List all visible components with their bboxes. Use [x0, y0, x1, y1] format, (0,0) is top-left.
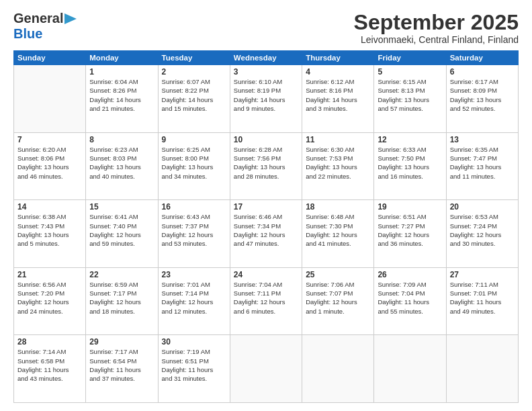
- table-row: 24Sunrise: 7:04 AM Sunset: 7:11 PM Dayli…: [230, 267, 302, 335]
- day-number: 8: [89, 135, 154, 144]
- table-row: 9Sunrise: 6:25 AM Sunset: 8:00 PM Daylig…: [158, 132, 230, 200]
- day-detail: Sunrise: 7:17 AM Sunset: 6:54 PM Dayligh…: [89, 347, 154, 383]
- day-detail: Sunrise: 7:19 AM Sunset: 6:51 PM Dayligh…: [162, 347, 226, 383]
- day-detail: Sunrise: 6:59 AM Sunset: 7:17 PM Dayligh…: [89, 280, 154, 316]
- col-friday: Friday: [374, 51, 446, 65]
- day-detail: Sunrise: 6:25 AM Sunset: 8:00 PM Dayligh…: [162, 145, 226, 181]
- day-number: 7: [17, 135, 82, 144]
- table-row: 11Sunrise: 6:30 AM Sunset: 7:53 PM Dayli…: [302, 132, 374, 200]
- table-row: [230, 335, 302, 403]
- day-number: 25: [306, 270, 370, 279]
- day-number: 3: [234, 67, 298, 77]
- col-tuesday: Tuesday: [158, 51, 230, 65]
- table-row: 3Sunrise: 6:10 AM Sunset: 8:19 PM Daylig…: [230, 65, 302, 133]
- day-detail: Sunrise: 6:17 AM Sunset: 8:09 PM Dayligh…: [450, 77, 515, 113]
- table-row: 18Sunrise: 6:48 AM Sunset: 7:30 PM Dayli…: [302, 200, 374, 268]
- table-row: 19Sunrise: 6:51 AM Sunset: 7:27 PM Dayli…: [374, 200, 446, 268]
- table-row: 7Sunrise: 6:20 AM Sunset: 8:06 PM Daylig…: [14, 132, 86, 200]
- day-detail: Sunrise: 6:23 AM Sunset: 8:03 PM Dayligh…: [89, 145, 154, 181]
- day-number: 15: [89, 202, 154, 212]
- table-row: 28Sunrise: 7:14 AM Sunset: 6:58 PM Dayli…: [14, 335, 86, 403]
- location-subtitle: Leivonmaeki, Central Finland, Finland: [354, 34, 519, 45]
- table-row: 1Sunrise: 6:04 AM Sunset: 8:26 PM Daylig…: [86, 65, 158, 133]
- logo-arrow-icon: [63, 12, 78, 26]
- table-row: [302, 335, 374, 403]
- day-number: 11: [306, 135, 370, 144]
- day-detail: Sunrise: 7:01 AM Sunset: 7:14 PM Dayligh…: [162, 280, 226, 316]
- col-saturday: Saturday: [446, 51, 518, 65]
- day-detail: Sunrise: 6:56 AM Sunset: 7:20 PM Dayligh…: [17, 280, 82, 316]
- calendar-header-row: Sunday Monday Tuesday Wednesday Thursday…: [14, 51, 519, 65]
- table-row: 12Sunrise: 6:33 AM Sunset: 7:50 PM Dayli…: [374, 132, 446, 200]
- day-number: 14: [17, 202, 82, 212]
- calendar-table: Sunday Monday Tuesday Wednesday Thursday…: [13, 50, 519, 403]
- table-row: 2Sunrise: 6:07 AM Sunset: 8:22 PM Daylig…: [158, 65, 230, 133]
- day-detail: Sunrise: 6:41 AM Sunset: 7:40 PM Dayligh…: [89, 212, 154, 248]
- day-detail: Sunrise: 6:28 AM Sunset: 7:56 PM Dayligh…: [234, 145, 298, 181]
- day-detail: Sunrise: 6:10 AM Sunset: 8:19 PM Dayligh…: [234, 77, 298, 113]
- day-detail: Sunrise: 6:12 AM Sunset: 8:16 PM Dayligh…: [306, 77, 370, 113]
- col-monday: Monday: [86, 51, 158, 65]
- table-row: 14Sunrise: 6:38 AM Sunset: 7:43 PM Dayli…: [14, 200, 86, 268]
- svg-marker-0: [64, 13, 77, 24]
- day-detail: Sunrise: 7:06 AM Sunset: 7:07 PM Dayligh…: [306, 280, 370, 316]
- day-detail: Sunrise: 6:15 AM Sunset: 8:13 PM Dayligh…: [378, 77, 442, 113]
- table-row: 5Sunrise: 6:15 AM Sunset: 8:13 PM Daylig…: [374, 65, 446, 133]
- page: General Blue September 2025 Leivonmaeki,…: [0, 0, 532, 411]
- day-number: 30: [162, 337, 226, 347]
- table-row: 25Sunrise: 7:06 AM Sunset: 7:07 PM Dayli…: [302, 267, 374, 335]
- day-number: 17: [234, 202, 298, 212]
- logo-general: General: [13, 11, 63, 26]
- table-row: 26Sunrise: 7:09 AM Sunset: 7:04 PM Dayli…: [374, 267, 446, 335]
- table-row: 20Sunrise: 6:53 AM Sunset: 7:24 PM Dayli…: [446, 200, 518, 268]
- day-number: 16: [162, 202, 226, 212]
- logo-blue: Blue: [13, 26, 42, 41]
- table-row: 17Sunrise: 6:46 AM Sunset: 7:34 PM Dayli…: [230, 200, 302, 268]
- day-number: 22: [89, 270, 154, 279]
- day-detail: Sunrise: 6:33 AM Sunset: 7:50 PM Dayligh…: [378, 145, 442, 181]
- header: General Blue September 2025 Leivonmaeki,…: [13, 11, 519, 45]
- day-detail: Sunrise: 6:04 AM Sunset: 8:26 PM Dayligh…: [89, 77, 154, 113]
- day-detail: Sunrise: 6:46 AM Sunset: 7:34 PM Dayligh…: [234, 212, 298, 248]
- day-number: 18: [306, 202, 370, 212]
- day-detail: Sunrise: 7:14 AM Sunset: 6:58 PM Dayligh…: [17, 347, 82, 383]
- day-detail: Sunrise: 6:30 AM Sunset: 7:53 PM Dayligh…: [306, 145, 370, 181]
- table-row: 13Sunrise: 6:35 AM Sunset: 7:47 PM Dayli…: [446, 132, 518, 200]
- table-row: 29Sunrise: 7:17 AM Sunset: 6:54 PM Dayli…: [86, 335, 158, 403]
- day-detail: Sunrise: 7:11 AM Sunset: 7:01 PM Dayligh…: [450, 280, 515, 316]
- day-number: 21: [17, 270, 82, 279]
- table-row: 4Sunrise: 6:12 AM Sunset: 8:16 PM Daylig…: [302, 65, 374, 133]
- day-detail: Sunrise: 7:09 AM Sunset: 7:04 PM Dayligh…: [378, 280, 442, 316]
- day-detail: Sunrise: 6:35 AM Sunset: 7:47 PM Dayligh…: [450, 145, 515, 181]
- table-row: 10Sunrise: 6:28 AM Sunset: 7:56 PM Dayli…: [230, 132, 302, 200]
- day-number: 24: [234, 270, 298, 279]
- day-detail: Sunrise: 6:48 AM Sunset: 7:30 PM Dayligh…: [306, 212, 370, 248]
- col-wednesday: Wednesday: [230, 51, 302, 65]
- table-row: 30Sunrise: 7:19 AM Sunset: 6:51 PM Dayli…: [158, 335, 230, 403]
- title-block: September 2025 Leivonmaeki, Central Finl…: [354, 11, 519, 45]
- day-number: 6: [450, 67, 515, 77]
- day-detail: Sunrise: 6:20 AM Sunset: 8:06 PM Dayligh…: [17, 145, 82, 181]
- table-row: 27Sunrise: 7:11 AM Sunset: 7:01 PM Dayli…: [446, 267, 518, 335]
- day-number: 10: [234, 135, 298, 144]
- month-title: September 2025: [354, 11, 519, 34]
- table-row: [14, 65, 86, 133]
- table-row: 21Sunrise: 6:56 AM Sunset: 7:20 PM Dayli…: [14, 267, 86, 335]
- table-row: [446, 335, 518, 403]
- day-detail: Sunrise: 6:53 AM Sunset: 7:24 PM Dayligh…: [450, 212, 515, 248]
- day-number: 12: [378, 135, 442, 144]
- day-number: 5: [378, 67, 442, 77]
- day-number: 20: [450, 202, 515, 212]
- table-row: 22Sunrise: 6:59 AM Sunset: 7:17 PM Dayli…: [86, 267, 158, 335]
- day-number: 27: [450, 270, 515, 279]
- day-detail: Sunrise: 6:43 AM Sunset: 7:37 PM Dayligh…: [162, 212, 226, 248]
- day-number: 4: [306, 67, 370, 77]
- day-detail: Sunrise: 6:51 AM Sunset: 7:27 PM Dayligh…: [378, 212, 442, 248]
- day-detail: Sunrise: 6:38 AM Sunset: 7:43 PM Dayligh…: [17, 212, 82, 248]
- table-row: 16Sunrise: 6:43 AM Sunset: 7:37 PM Dayli…: [158, 200, 230, 268]
- logo: General Blue: [13, 11, 78, 42]
- day-number: 9: [162, 135, 226, 144]
- col-sunday: Sunday: [14, 51, 86, 65]
- day-number: 26: [378, 270, 442, 279]
- day-number: 28: [17, 337, 82, 347]
